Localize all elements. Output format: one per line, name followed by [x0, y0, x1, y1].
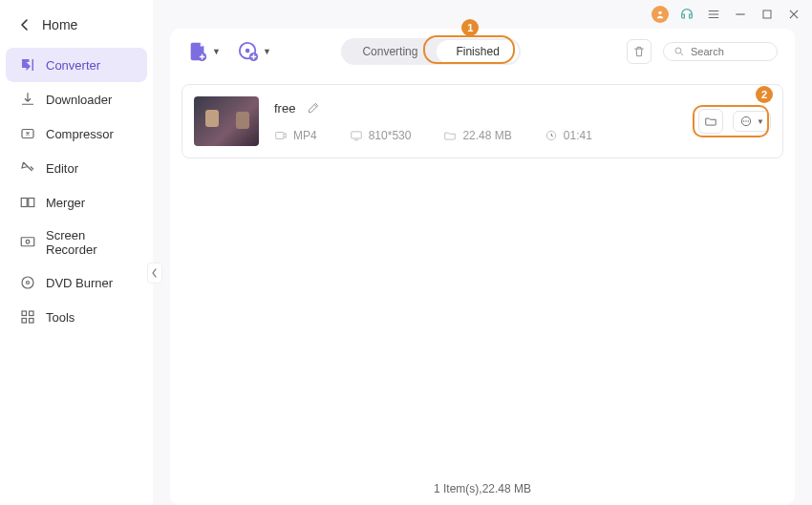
sidebar: Home Converter Downloader Compressor	[0, 0, 153, 505]
svg-rect-3	[21, 238, 34, 246]
stat-duration-value: 01:41	[564, 129, 592, 142]
close-icon[interactable]	[785, 6, 802, 23]
back-icon[interactable]	[19, 19, 31, 31]
tab-converting[interactable]: Converting	[343, 40, 437, 63]
tools-icon	[19, 308, 36, 326]
stat-duration: 01:41	[545, 129, 592, 142]
home-row[interactable]: Home	[0, 10, 153, 48]
tab-finished[interactable]: Finished	[437, 40, 518, 63]
editor-icon	[19, 159, 36, 177]
tabs: Converting Finished 1	[341, 38, 520, 65]
svg-point-6	[27, 282, 30, 284]
sidebar-item-downloader[interactable]: Downloader	[0, 82, 153, 116]
file-row[interactable]: free MP4 810*530	[182, 84, 783, 158]
caret-down-icon: ▼	[263, 47, 271, 56]
sidebar-item-label: Tools	[46, 310, 75, 325]
menu-icon[interactable]	[705, 6, 722, 23]
stat-format-value: MP4	[293, 129, 317, 142]
svg-rect-8	[30, 311, 34, 316]
svg-rect-7	[22, 311, 27, 316]
svg-point-23	[745, 120, 746, 121]
screen-recorder-icon	[19, 234, 36, 251]
open-folder-button[interactable]	[698, 109, 723, 134]
resolution-icon	[350, 129, 363, 142]
svg-point-15	[246, 49, 250, 53]
sidebar-item-label: Downloader	[46, 93, 112, 107]
rename-icon[interactable]	[307, 101, 320, 115]
converter-icon	[19, 56, 36, 74]
video-thumbnail	[194, 96, 259, 146]
sidebar-item-merger[interactable]: Merger	[0, 185, 153, 220]
more-actions-button[interactable]: ▼	[733, 111, 771, 132]
add-file-icon	[187, 41, 208, 62]
stat-size-value: 22.48 MB	[462, 129, 511, 142]
svg-rect-12	[763, 11, 771, 18]
sidebar-item-label: Merger	[46, 196, 85, 210]
svg-point-11	[658, 11, 661, 14]
svg-point-4	[26, 240, 30, 243]
sidebar-item-editor[interactable]: Editor	[0, 151, 153, 185]
svg-point-5	[22, 277, 33, 288]
callout-badge-2: 2	[756, 86, 773, 103]
downloader-icon	[19, 91, 36, 108]
maximize-icon[interactable]	[759, 6, 776, 23]
file-meta: free MP4 810*530	[274, 101, 698, 142]
home-label: Home	[42, 17, 77, 32]
dvd-burner-icon	[19, 274, 36, 291]
stat-resolution: 810*530	[350, 129, 412, 142]
folder-icon	[443, 129, 457, 142]
svg-point-24	[748, 120, 749, 121]
callout-badge-1: 1	[461, 19, 479, 36]
toolbar: ▼ ▼ Converting Finished 1	[170, 29, 795, 74]
sidebar-item-label: Compressor	[46, 127, 114, 141]
svg-rect-19	[351, 131, 361, 137]
svg-point-17	[675, 48, 681, 53]
sidebar-collapse-handle[interactable]	[147, 263, 162, 284]
nav: Converter Downloader Compressor Editor	[0, 48, 153, 334]
stat-resolution-value: 810*530	[369, 129, 412, 142]
sidebar-item-dvd-burner[interactable]: DVD Burner	[0, 265, 153, 300]
stat-size: 22.48 MB	[443, 129, 511, 142]
file-title: free	[274, 101, 295, 116]
sidebar-item-converter[interactable]: Converter	[6, 48, 147, 82]
file-list: free MP4 810*530	[170, 74, 795, 473]
titlebar	[153, 0, 812, 29]
merger-icon	[19, 194, 36, 211]
search-icon	[673, 46, 685, 57]
svg-rect-10	[30, 319, 34, 324]
user-avatar[interactable]	[652, 6, 669, 23]
add-disc-icon	[238, 41, 259, 62]
search-box[interactable]	[663, 42, 778, 61]
delete-button[interactable]	[627, 39, 652, 64]
footer-status: 1 Item(s),22.48 MB	[170, 473, 795, 505]
sidebar-item-screen-recorder[interactable]: Screen Recorder	[0, 220, 153, 265]
clock-icon	[545, 129, 558, 142]
stat-format: MP4	[274, 129, 317, 142]
svg-rect-9	[22, 319, 27, 324]
video-icon	[274, 129, 288, 142]
svg-rect-2	[29, 199, 34, 207]
add-disc-button[interactable]: ▼	[238, 41, 271, 62]
compressor-icon	[19, 125, 36, 142]
more-icon	[739, 115, 753, 128]
caret-down-icon: ▼	[212, 47, 221, 56]
search-input[interactable]	[691, 46, 772, 57]
row-actions: ▼ 2	[698, 109, 771, 134]
sidebar-item-label: Screen Recorder	[46, 228, 134, 257]
minimize-icon[interactable]	[732, 6, 749, 23]
sidebar-item-label: Editor	[46, 161, 78, 176]
sidebar-item-tools[interactable]: Tools	[0, 300, 153, 334]
svg-rect-1	[21, 199, 27, 207]
svg-point-22	[743, 120, 744, 121]
sidebar-item-compressor[interactable]: Compressor	[0, 116, 153, 151]
main: ▼ ▼ Converting Finished 1	[153, 0, 812, 505]
sidebar-item-label: DVD Burner	[46, 276, 113, 290]
panel: ▼ ▼ Converting Finished 1	[170, 29, 795, 505]
support-icon[interactable]	[678, 6, 695, 23]
sidebar-item-label: Converter	[46, 58, 100, 73]
add-file-button[interactable]: ▼	[187, 41, 221, 62]
caret-down-icon: ▼	[757, 117, 764, 126]
svg-rect-18	[276, 132, 284, 138]
